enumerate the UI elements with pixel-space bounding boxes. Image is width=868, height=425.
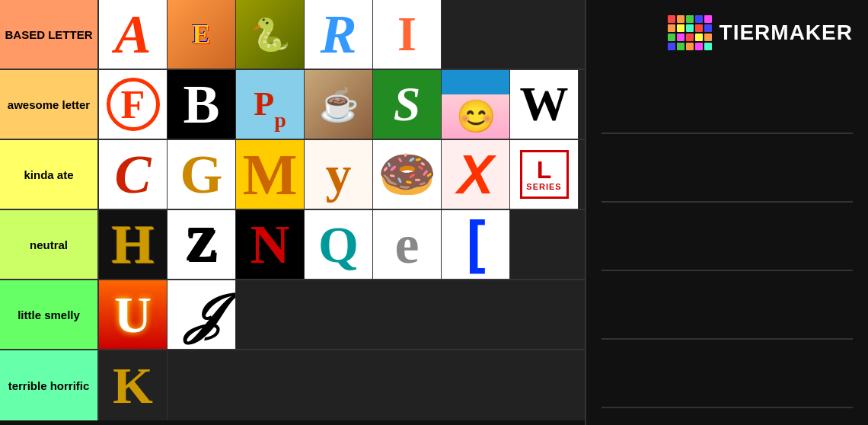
list-item[interactable]: E <box>168 0 236 69</box>
tiermaker-logo: TiERMAKER <box>668 15 853 50</box>
logo-dot <box>677 43 685 50</box>
tier-row-kinda: kinda ate C G M y <box>0 140 585 210</box>
tier-row-awesome: awesome letter F B Pp ☕ <box>0 70 585 140</box>
right-panel: TiERMAKER <box>586 0 868 425</box>
list-item[interactable]: 𝒥 <box>168 280 236 349</box>
logo-dot <box>704 15 712 23</box>
tier-label-awesome: awesome letter <box>0 70 99 139</box>
list-item[interactable]: e <box>373 210 442 279</box>
tier-label-smelly: little smelly <box>0 280 99 349</box>
tier-label-based: BASED LETTER <box>0 0 99 69</box>
logo-dot <box>668 15 675 23</box>
tier-items-kinda: C G M y 🍩 X <box>99 140 585 209</box>
panel-line <box>602 203 853 271</box>
tier-row-based: BASED LETTER A E 🐍 R I <box>0 0 585 70</box>
list-item[interactable]: X <box>442 140 510 209</box>
tiermaker-logo-text: TiERMAKER <box>720 21 853 45</box>
list-item[interactable]: U <box>99 280 168 349</box>
tier-items-terrible: K <box>99 350 585 420</box>
main-container: BASED LETTER A E 🐍 R I <box>0 0 868 425</box>
logo-dot <box>686 15 694 23</box>
list-item[interactable]: K <box>99 351 168 420</box>
list-item[interactable]: ☕ <box>305 70 373 139</box>
logo-dot <box>668 34 675 41</box>
list-item[interactable]: Pp <box>236 70 305 139</box>
list-item[interactable]: C <box>99 140 168 209</box>
list-item[interactable]: 😊 <box>442 70 510 139</box>
logo-dot <box>677 34 685 41</box>
logo-dot <box>704 24 712 32</box>
logo-dot <box>668 24 675 32</box>
list-item[interactable]: I <box>373 0 442 69</box>
list-item[interactable]: [ <box>442 210 510 279</box>
logo-grid <box>668 15 712 50</box>
panel-line <box>602 134 853 203</box>
logo-dot <box>686 24 694 32</box>
list-item[interactable]: Q <box>305 210 373 279</box>
tier-row-terrible: terrible horrific K <box>0 350 585 420</box>
tier-items-based: A E 🐍 R I <box>99 0 585 69</box>
logo-dot <box>695 15 703 23</box>
logo-dot <box>668 43 675 50</box>
tier-label-neutral: neutral <box>0 210 99 279</box>
logo-dot <box>686 43 694 50</box>
list-item[interactable]: 🐍 <box>236 0 305 69</box>
tier-table: BASED LETTER A E 🐍 R I <box>0 0 586 425</box>
list-item[interactable]: M <box>236 140 305 209</box>
list-item[interactable]: G <box>168 140 236 209</box>
list-item[interactable]: y <box>305 140 373 209</box>
list-item[interactable]: R <box>305 0 373 69</box>
list-item[interactable]: L SERIES <box>510 140 579 209</box>
tier-label-kinda: kinda ate <box>0 140 99 209</box>
panel-line <box>602 66 853 134</box>
list-item[interactable]: W <box>510 70 579 139</box>
logo-dot <box>686 34 694 41</box>
tier-row-smelly: little smelly U 𝒥 <box>0 280 585 350</box>
logo-dot <box>677 24 685 32</box>
tier-row-neutral: neutral H Z Z N Q <box>0 210 585 280</box>
list-item[interactable]: H <box>99 210 168 279</box>
logo-dot <box>704 43 712 50</box>
logo-dot <box>695 34 703 41</box>
logo-dot <box>695 43 703 50</box>
list-item[interactable]: S <box>373 70 442 139</box>
list-item[interactable]: Z Z <box>168 210 236 279</box>
list-item[interactable]: A <box>99 0 168 69</box>
list-item[interactable]: N <box>236 210 305 279</box>
logo-dot <box>677 15 685 23</box>
list-item[interactable]: B <box>168 70 236 139</box>
tier-items-awesome: F B Pp ☕ S 😊 <box>99 70 585 139</box>
logo-dot <box>704 34 712 41</box>
logo-dot <box>695 24 703 32</box>
panel-line <box>602 271 853 340</box>
tier-items-neutral: H Z Z N Q e <box>99 210 585 279</box>
dark-panel-lines <box>602 66 853 408</box>
list-item[interactable]: 🍩 <box>373 140 442 209</box>
panel-line <box>602 340 853 408</box>
tier-label-terrible: terrible horrific <box>0 350 99 420</box>
list-item[interactable]: F <box>99 70 168 139</box>
tier-items-smelly: U 𝒥 <box>99 280 585 349</box>
